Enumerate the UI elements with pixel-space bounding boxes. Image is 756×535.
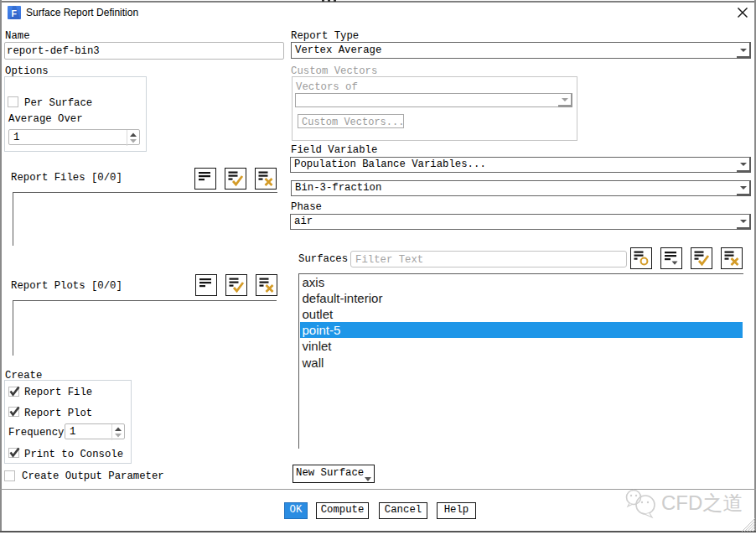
svg-text:F: F	[12, 8, 18, 18]
svg-text:CFD之道: CFD之道	[661, 491, 742, 514]
